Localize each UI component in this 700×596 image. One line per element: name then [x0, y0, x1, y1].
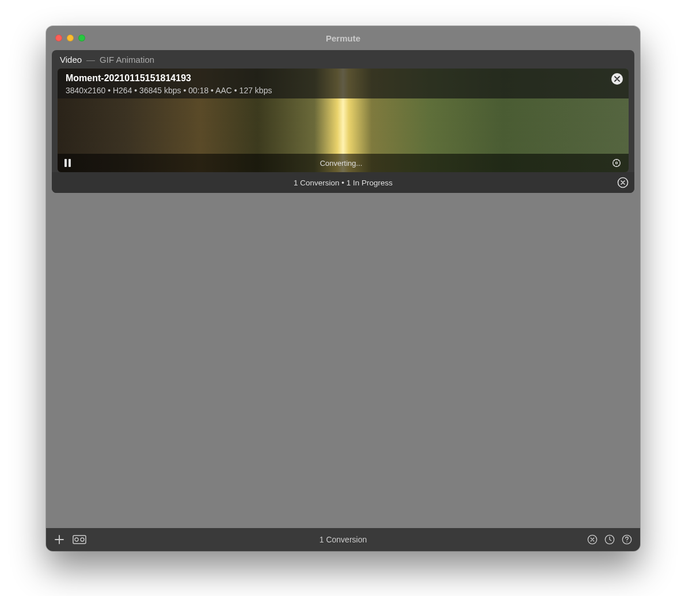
close-icon: [614, 76, 620, 82]
close-window-button[interactable]: [55, 35, 62, 41]
minimize-window-button[interactable]: [67, 35, 74, 41]
content-area: Video — GIF Animation Moment-20210115151…: [46, 50, 640, 528]
item-settings-button[interactable]: [611, 158, 622, 168]
svg-point-0: [613, 160, 621, 167]
window-title: Permute: [46, 33, 640, 43]
window-controls: [46, 35, 85, 41]
cancel-icon: [617, 177, 629, 188]
help-button[interactable]: [622, 534, 632, 545]
item-filename: Moment-20210115151814193: [66, 73, 191, 83]
plus-icon: [54, 534, 64, 545]
group-category-label: Video: [60, 55, 82, 64]
presets-icon: [73, 534, 86, 545]
cancel-all-button[interactable]: [587, 534, 598, 545]
clock-icon: [604, 534, 615, 545]
svg-point-5: [81, 538, 84, 541]
group-footer: 1 Conversion • 1 In Progress: [52, 172, 634, 193]
gear-icon: [611, 158, 622, 168]
svg-point-4: [75, 538, 78, 541]
pause-button[interactable]: [64, 159, 71, 167]
cancel-group-button[interactable]: [617, 177, 629, 188]
item-metadata: 3840x2160 • H264 • 36845 kbps • 00:18 • …: [66, 86, 272, 95]
presets-button[interactable]: [73, 534, 86, 545]
svg-point-1: [615, 162, 617, 164]
add-button[interactable]: [54, 534, 64, 545]
item-status-label: Converting...: [71, 159, 611, 168]
maximize-window-button[interactable]: [78, 35, 85, 41]
bottom-status-label: 1 Conversion: [46, 535, 640, 544]
pause-icon: [64, 159, 67, 167]
help-icon: [622, 534, 632, 545]
group-separator: —: [86, 55, 95, 64]
history-button[interactable]: [604, 534, 615, 545]
item-controls-bar: Converting...: [58, 154, 629, 172]
cancel-icon: [587, 534, 598, 545]
empty-drop-area[interactable]: [52, 193, 634, 528]
group-header[interactable]: Video — GIF Animation: [52, 50, 634, 69]
group-preset-label: GIF Animation: [100, 55, 154, 64]
app-window: Permute Video — GIF Animation Moment-202…: [46, 26, 640, 551]
bottom-toolbar: 1 Conversion: [46, 528, 640, 551]
conversion-group: Video — GIF Animation Moment-20210115151…: [52, 50, 634, 193]
remove-item-button[interactable]: [611, 73, 623, 85]
group-footer-status: 1 Conversion • 1 In Progress: [294, 179, 393, 187]
titlebar[interactable]: Permute: [46, 26, 640, 50]
conversion-item[interactable]: Moment-20210115151814193 3840x2160 • H26…: [58, 69, 629, 172]
svg-point-9: [626, 541, 627, 542]
